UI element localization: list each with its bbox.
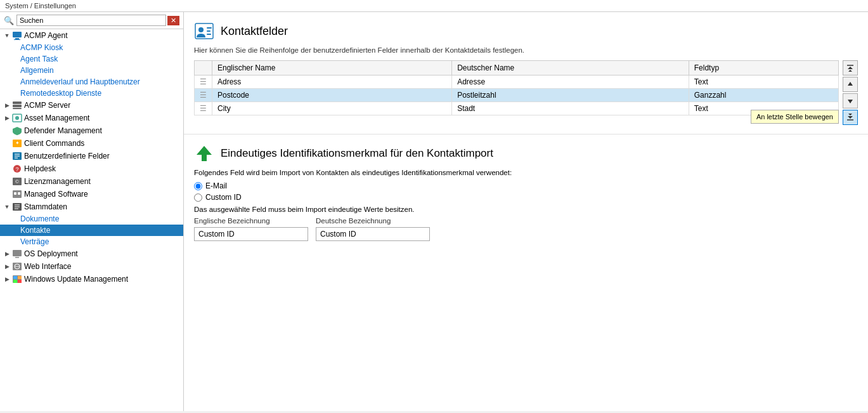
- sidebar-item-web-interface[interactable]: ▶ Web Interface: [0, 260, 183, 273]
- sidebar-item-helpdesk[interactable]: ? Helpdesk: [0, 162, 183, 175]
- sidebar-item-allgemein[interactable]: Allgemein: [0, 65, 183, 76]
- content-area: Kontaktfelder Hier können Sie die Reihen…: [184, 12, 868, 411]
- sidebar-label-custom-fields: Benutzerdefinierte Felder: [24, 152, 110, 161]
- search-icon: 🔍: [4, 16, 14, 25]
- col-header-english: Englischer Name: [212, 61, 452, 75]
- field-inputs-row: [194, 227, 858, 241]
- field-labels-row: Englische Bezeichnung Deutsche Bezeichnu…: [194, 217, 858, 225]
- kontaktfelder-header: Kontaktfelder: [194, 21, 858, 41]
- row-english-adress: Adress: [212, 75, 452, 89]
- move-down-button[interactable]: [843, 93, 858, 108]
- radio-customid-row: Custom ID: [194, 193, 858, 202]
- svg-rect-37: [207, 27, 212, 29]
- sidebar-item-stammdaten[interactable]: ▼ Stammdaten: [0, 200, 183, 213]
- sidebar-item-windows-update[interactable]: ▶ Windows Update Management: [0, 273, 183, 285]
- commands-icon: ✦: [11, 138, 23, 148]
- svg-rect-33: [13, 280, 17, 283]
- arrow-up-icon: [194, 143, 214, 164]
- section2-title: Eindeutiges Identifikationsmerkmal für d…: [221, 147, 493, 160]
- radio-customid-label[interactable]: Custom ID: [205, 193, 242, 202]
- row-english-postcode: Postcode: [212, 89, 452, 102]
- sidebar-item-custom-fields[interactable]: Benutzerdefinierte Felder: [0, 150, 183, 162]
- sidebar-item-os-deploy[interactable]: ▶ OS Deployment: [0, 247, 183, 260]
- sidebar-label-asset-mgmt: Asset Management: [24, 114, 89, 122]
- asset-icon: [11, 113, 23, 123]
- sidebar-item-defender[interactable]: Defender Management: [0, 124, 183, 137]
- search-clear-button[interactable]: ✕: [167, 16, 179, 25]
- svg-text:✦: ✦: [15, 140, 20, 146]
- sidebar-item-asset-mgmt[interactable]: ▶ Asset Management: [0, 112, 183, 124]
- lizenz-icon: ©: [11, 176, 23, 187]
- col-header-german: Deutscher Name: [452, 61, 689, 75]
- svg-rect-4: [13, 105, 22, 107]
- windows-update-icon: [11, 274, 23, 284]
- sidebar-label-acmp-kiosk: ACMP Kiosk: [20, 43, 63, 52]
- stammdaten-icon: [11, 202, 23, 212]
- search-input[interactable]: [16, 15, 166, 26]
- row-drag-adress: ☰: [195, 75, 212, 89]
- radio-email[interactable]: [194, 182, 202, 190]
- sidebar-item-managed-sw[interactable]: Managed Software: [0, 188, 183, 200]
- table-wrapper: Englischer Name Deutscher Name Feldtyp ☰…: [194, 60, 858, 125]
- col-header-checkbox: [195, 61, 212, 75]
- sidebar-label-agent-task: Agent Task: [20, 55, 58, 63]
- svg-marker-42: [197, 146, 212, 161]
- svg-rect-20: [18, 192, 20, 195]
- col-header-type: Feldtyp: [689, 61, 838, 75]
- sidebar-item-acmp-server[interactable]: ▶ ACMP Server: [0, 99, 183, 112]
- sidebar-label-vertraege: Verträge: [20, 237, 49, 246]
- table-row[interactable]: ☰ Postcode Postleitzahl Ganzzahl: [195, 89, 839, 102]
- svg-rect-2: [14, 39, 20, 40]
- sidebar-item-acmp-agent[interactable]: ▼ ACMP Agent: [0, 29, 183, 42]
- svg-rect-26: [15, 257, 19, 258]
- section1-title: Kontaktfelder: [221, 25, 288, 38]
- sidebar-label-acmp-agent: ACMP Agent: [24, 31, 67, 40]
- defender-icon: [11, 126, 23, 136]
- table-row[interactable]: ☰ Adress Adresse Text: [195, 75, 839, 89]
- svg-rect-39: [207, 34, 211, 35]
- svg-rect-38: [207, 30, 211, 32]
- sidebar-label-web-interface: Web Interface: [24, 262, 71, 271]
- sidebar-item-anmeldeverlauf[interactable]: Anmeldeverlauf und Hauptbenutzer: [0, 76, 183, 88]
- sidebar-item-dokumente[interactable]: Dokumente: [0, 213, 183, 225]
- move-to-top-button[interactable]: [843, 60, 858, 75]
- sidebar-item-agent-task[interactable]: Agent Task: [0, 53, 183, 65]
- move-up-button[interactable]: [843, 77, 858, 92]
- sidebar-label-kontakte: Kontakte: [20, 226, 50, 235]
- svg-rect-0: [13, 32, 22, 37]
- sidebar-label-os-deploy: OS Deployment: [24, 249, 78, 258]
- sidebar-label-remotedesktop: Remotedesktop Dienste: [20, 89, 101, 98]
- sidebar-item-kontakte[interactable]: Kontakte: [0, 225, 183, 236]
- sidebar-item-client-cmd[interactable]: ✦ Client Commands: [0, 137, 183, 150]
- monitor-icon: [11, 30, 23, 41]
- svg-text:©: ©: [15, 179, 19, 185]
- search-bar: 🔍 ✕: [0, 12, 183, 29]
- sidebar-label-lizenz: Lizenzmanagement: [24, 177, 91, 186]
- contact-table: Englischer Name Deutscher Name Feldtyp ☰…: [194, 60, 839, 115]
- helpdesk-icon: ?: [11, 164, 23, 174]
- section1-desc: Hier können Sie die Reihenfolge der benu…: [194, 46, 858, 54]
- radio-email-label[interactable]: E-Mail: [205, 181, 227, 190]
- german-input[interactable]: [316, 227, 430, 241]
- row-german-postcode: Postleitzahl: [452, 89, 689, 102]
- field-note: Das ausgewählte Feld muss beim Import ei…: [194, 206, 858, 213]
- row-type-city: Text: [689, 102, 838, 115]
- sidebar-item-vertraege[interactable]: Verträge: [0, 236, 183, 247]
- server-icon: [11, 100, 23, 110]
- svg-rect-25: [13, 250, 22, 256]
- move-to-bottom-button[interactable]: [843, 110, 858, 125]
- row-drag-city: ☰: [195, 102, 212, 115]
- radio-customid[interactable]: [194, 193, 202, 202]
- sidebar: 🔍 ✕ ▼ ACMP Agent ACMP Kiosk Agent Task A…: [0, 12, 184, 411]
- contact-icon: [194, 21, 214, 41]
- sidebar-label-defender: Defender Management: [24, 126, 102, 135]
- sidebar-item-lizenz[interactable]: © Lizenzmanagement: [0, 175, 183, 188]
- row-type-postcode: Ganzzahl: [689, 89, 838, 102]
- sidebar-label-client-cmd: Client Commands: [24, 139, 84, 148]
- english-input[interactable]: [194, 227, 308, 241]
- svg-rect-32: [18, 276, 22, 279]
- sidebar-item-acmp-kiosk[interactable]: ACMP Kiosk: [0, 42, 183, 53]
- section2-desc: Folgendes Feld wird beim Import von Kont…: [194, 169, 858, 176]
- table-row[interactable]: ☰ City Stadt Text: [195, 102, 839, 115]
- sidebar-item-remotedesktop[interactable]: Remotedesktop Dienste: [0, 88, 183, 99]
